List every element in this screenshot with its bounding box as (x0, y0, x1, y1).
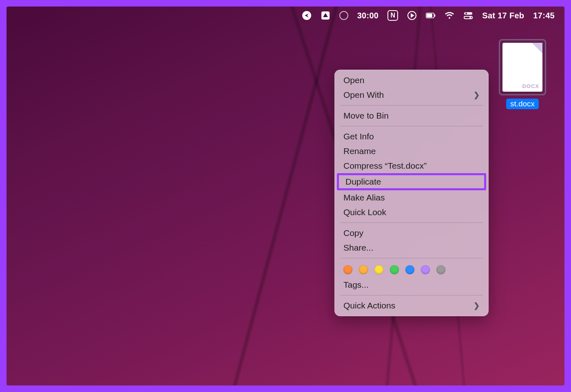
battery-icon[interactable] (426, 11, 436, 20)
menu-separator (340, 105, 483, 106)
tag-red[interactable] (343, 265, 352, 274)
context-menu: Open Open With ❯ Move to Bin Get Info Re… (334, 70, 489, 316)
tag-gray[interactable] (436, 265, 445, 274)
menu-duplicate[interactable]: Duplicate (339, 175, 484, 188)
tag-blue[interactable] (405, 265, 414, 274)
control-center-icon[interactable] (463, 11, 473, 20)
file-type-badge: DOCX (522, 83, 539, 89)
menubar-date[interactable]: Sat 17 Feb (482, 11, 524, 20)
svg-rect-4 (427, 14, 433, 18)
menu-get-info[interactable]: Get Info (334, 129, 489, 144)
menu-compress[interactable]: Compress “Test.docx” (334, 159, 489, 173)
chevron-right-icon: ❯ (474, 90, 480, 99)
timer-text[interactable]: 30:00 (357, 11, 379, 20)
menu-separator (340, 222, 483, 223)
menu-separator (340, 258, 483, 258)
svg-point-8 (465, 13, 467, 14)
file-selection: DOCX (499, 39, 546, 95)
tag-purple[interactable] (421, 265, 430, 274)
tag-orange[interactable] (359, 265, 368, 274)
menu-bar: 30:00 N Sat 17 Feb 17:45 (7, 7, 564, 24)
menu-rename[interactable]: Rename (334, 144, 489, 159)
menu-open[interactable]: Open (334, 73, 489, 88)
notion-icon[interactable]: N (387, 10, 398, 21)
svg-point-9 (469, 17, 471, 18)
tag-color-row (334, 261, 489, 277)
svg-rect-5 (434, 14, 435, 17)
menu-open-with[interactable]: Open With ❯ (334, 88, 489, 102)
menu-quick-look[interactable]: Quick Look (334, 205, 489, 220)
menu-move-to-bin[interactable]: Move to Bin (334, 108, 489, 123)
desktop-file[interactable]: DOCX st.docx (496, 39, 549, 109)
location-icon[interactable] (302, 11, 312, 20)
macos-desktop[interactable]: 30:00 N Sat 17 Feb 17:45 DOCX (7, 7, 564, 385)
menu-separator (340, 295, 483, 295)
menu-make-alias[interactable]: Make Alias (334, 190, 489, 205)
menu-copy[interactable]: Copy (334, 226, 489, 240)
docx-file-icon: DOCX (502, 43, 542, 92)
annotation-highlight: Duplicate (337, 173, 486, 190)
chevron-right-icon: ❯ (474, 301, 480, 310)
menubar-time[interactable]: 17:45 (533, 11, 555, 20)
menu-share[interactable]: Share... (334, 240, 489, 255)
tag-yellow[interactable] (374, 265, 383, 274)
app-icon[interactable] (321, 11, 330, 20)
wifi-icon[interactable] (445, 11, 454, 20)
play-icon[interactable] (407, 11, 417, 20)
record-icon[interactable] (339, 11, 348, 20)
menu-quick-actions[interactable]: Quick Actions ❯ (334, 298, 489, 313)
menu-tags[interactable]: Tags... (334, 277, 489, 292)
tag-green[interactable] (390, 265, 399, 274)
menu-separator (340, 126, 483, 126)
file-name-label[interactable]: st.docx (506, 99, 539, 109)
annotation-frame: 30:00 N Sat 17 Feb 17:45 DOCX (0, 0, 571, 392)
